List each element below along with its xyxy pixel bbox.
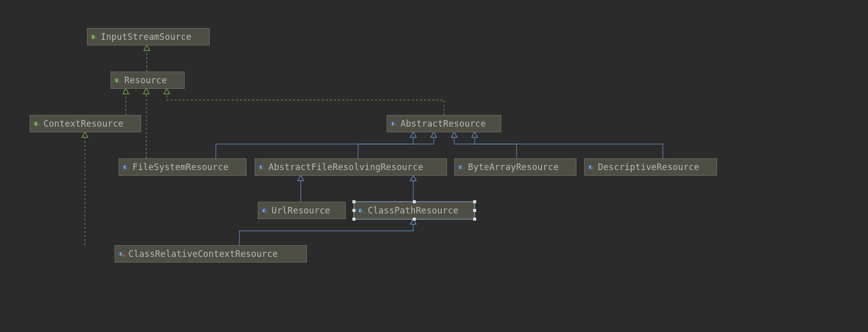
node-label: InputStreamSource bbox=[101, 32, 191, 42]
svg-point-11 bbox=[395, 124, 397, 127]
selection-handle[interactable] bbox=[473, 218, 476, 221]
svg-point-29 bbox=[362, 211, 365, 214]
node-byteArrayResource[interactable]: CByteArrayResource bbox=[454, 158, 576, 176]
interface-icon: I bbox=[91, 33, 98, 40]
node-descriptiveResource[interactable]: CDescriptiveResource bbox=[584, 158, 717, 176]
node-abstractFileResolvingResource[interactable]: CAbstractFileResolvingResource bbox=[255, 158, 447, 176]
class-icon: C bbox=[261, 207, 269, 214]
class-icon: C bbox=[118, 250, 125, 257]
edge-descriptiveResource-to-abstractResource bbox=[475, 132, 663, 158]
selection-handle[interactable] bbox=[352, 218, 355, 221]
node-classRelativeContextResource[interactable]: CClassRelativeContextResource bbox=[115, 245, 307, 263]
node-contextResource[interactable]: IContextResource bbox=[30, 115, 141, 132]
node-resource[interactable]: IResource bbox=[110, 72, 185, 89]
node-label: DescriptiveResource bbox=[598, 162, 699, 172]
node-abstractResource[interactable]: CAbstractResource bbox=[387, 115, 501, 132]
svg-point-17 bbox=[263, 168, 265, 170]
selection-handle[interactable] bbox=[352, 209, 355, 212]
interface-icon: I bbox=[33, 120, 40, 127]
svg-point-26 bbox=[266, 211, 269, 214]
svg-text:C: C bbox=[392, 122, 394, 126]
edge-classRelativeContextResource-to-classPathResource bbox=[239, 219, 413, 245]
node-label: FileSystemResource bbox=[132, 162, 229, 172]
edge-fileSystemResource-to-abstractResource bbox=[216, 132, 413, 158]
svg-point-23 bbox=[592, 168, 595, 170]
svg-text:C: C bbox=[124, 165, 126, 170]
edge-abstractResource-to-resource bbox=[167, 89, 444, 115]
svg-point-8 bbox=[38, 124, 40, 127]
selection-handle[interactable] bbox=[352, 200, 355, 203]
svg-text:C: C bbox=[359, 209, 361, 213]
node-urlResource[interactable]: CUrlResource bbox=[258, 202, 346, 219]
interface-icon: I bbox=[114, 77, 121, 84]
svg-text:I: I bbox=[116, 79, 118, 83]
class-icon: C bbox=[122, 163, 129, 171]
node-classPathResource[interactable]: CClassPathResource bbox=[354, 202, 475, 219]
node-label: Resource bbox=[124, 75, 167, 85]
class-icon: C bbox=[358, 207, 365, 214]
svg-text:I: I bbox=[35, 122, 37, 126]
svg-point-32 bbox=[123, 254, 125, 257]
node-fileSystemResource[interactable]: CFileSystemResource bbox=[119, 158, 247, 176]
svg-point-2 bbox=[95, 37, 98, 40]
selection-handle[interactable] bbox=[413, 218, 416, 221]
selection-handle[interactable] bbox=[413, 200, 416, 203]
selection-handle[interactable] bbox=[473, 200, 476, 203]
class-icon: C bbox=[258, 163, 265, 171]
node-inputStreamSource[interactable]: IInputStreamSource bbox=[87, 28, 210, 45]
svg-text:C: C bbox=[120, 252, 122, 256]
edge-abstractFileResolvingResource-to-abstractResource bbox=[358, 132, 434, 158]
node-label: AbstractFileResolvingResource bbox=[269, 162, 424, 172]
svg-point-20 bbox=[462, 168, 465, 170]
svg-text:C: C bbox=[260, 165, 262, 170]
svg-text:C: C bbox=[589, 165, 591, 170]
node-label: ContextResource bbox=[43, 118, 124, 129]
node-label: ClassRelativeContextResource bbox=[128, 249, 278, 259]
node-label: AbstractResource bbox=[400, 118, 486, 129]
class-icon: C bbox=[390, 120, 397, 127]
svg-text:C: C bbox=[459, 165, 461, 170]
svg-text:I: I bbox=[92, 35, 94, 39]
class-icon: C bbox=[458, 163, 465, 171]
node-label: UrlResource bbox=[272, 205, 330, 216]
selection-handle[interactable] bbox=[473, 209, 476, 212]
svg-point-14 bbox=[127, 168, 129, 170]
class-icon: C bbox=[588, 163, 595, 171]
svg-point-5 bbox=[119, 81, 121, 83]
svg-text:C: C bbox=[263, 209, 265, 213]
node-label: ClassPathResource bbox=[368, 205, 458, 216]
edge-byteArrayResource-to-abstractResource bbox=[454, 132, 517, 158]
node-label: ByteArrayResource bbox=[468, 162, 559, 172]
